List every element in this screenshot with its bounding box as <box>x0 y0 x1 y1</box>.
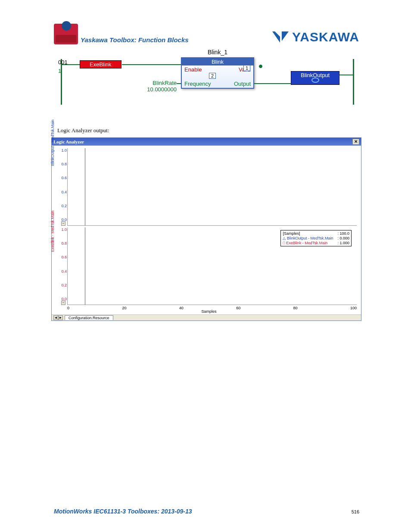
output-coil: BlinkOutput <box>291 71 339 85</box>
pin-frequency: Frequency <box>184 81 211 87</box>
legend-l1: BlinkOutput - MedTsk.Main <box>287 236 333 240</box>
y2-axis-label: ExeBlink - MedTsk.Main <box>50 211 55 252</box>
pin-output: Output <box>234 81 251 87</box>
xtick: 100 <box>350 306 357 310</box>
pin-valid-val: 1 <box>243 65 250 71</box>
ytick: 1.0 <box>56 148 67 152</box>
section-label: Logic Analyzer output: <box>57 127 359 134</box>
plot-blinkoutput: 1.0 0.8 0.6 0.4 0.2 0.0 <box>67 148 357 226</box>
ytick: 0.4 <box>56 190 67 194</box>
ytick: 0.0 <box>56 218 67 222</box>
wire <box>339 75 353 75</box>
tab-next-icon[interactable]: ► <box>58 315 63 320</box>
fb-instance-name: Blink_1 <box>181 49 254 56</box>
y1-axis-label: BlinkOutput - MedTsk.Main <box>50 120 55 166</box>
right-rail <box>353 59 354 105</box>
toolbox-icon <box>54 24 78 44</box>
tab-prev-icon[interactable]: ◄ <box>53 315 58 320</box>
ytick: 0.2 <box>56 204 67 208</box>
input-var-label: BlinkRate <box>153 80 177 86</box>
collapse-toggle-icon[interactable]: − <box>61 221 65 226</box>
ytick: 0.2 <box>56 283 67 287</box>
rung-state: 1 <box>58 68 61 74</box>
input-var-value: 10.0000000 <box>147 86 177 93</box>
xtick: 20 <box>122 306 126 310</box>
input-coil: ExeBlink <box>80 60 121 68</box>
page-header: Yaskawa Toolbox: Function Blocks YASKAWA <box>54 24 359 44</box>
xtick: 60 <box>236 306 240 310</box>
tab-config-resource[interactable]: Configuration.Resource <box>65 315 113 320</box>
ytick: 1.0 <box>56 227 67 232</box>
page-footer: MotionWorks IEC61131-3 Toolboxes: 2013-0… <box>54 508 359 515</box>
tab-nav: ◄ ► <box>53 315 63 320</box>
input-var: BlinkRate 10.0000000 <box>134 80 177 93</box>
tab-bar: ◄ ► Configuration.Resource <box>52 314 361 320</box>
logic-analyzer-window: Logic Analyzer ✕ − BlinkOutput - MedTsk.… <box>51 137 361 321</box>
close-icon[interactable]: ✕ <box>352 139 359 145</box>
footer-title: MotionWorks IEC61131-3 Toolboxes: 2013-0… <box>54 508 192 515</box>
ytick: 0.6 <box>56 255 67 259</box>
collapse-toggle-icon[interactable]: − <box>61 301 65 305</box>
la-title: Logic Analyzer <box>53 139 84 144</box>
xtick: 80 <box>293 306 298 310</box>
legend-l1v: : 0.000 <box>337 236 349 241</box>
legend-samples-label: [Samples] <box>283 231 300 236</box>
ytick: 0.0 <box>56 297 67 301</box>
header-title: Yaskawa Toolbox: Function Blocks <box>81 36 189 44</box>
legend-l2: ExeBlink - MedTsk.Main <box>286 241 327 245</box>
ytick: 0.8 <box>56 241 67 246</box>
header-left: Yaskawa Toolbox: Function Blocks <box>54 24 189 44</box>
xtick: 0 <box>67 306 69 310</box>
wire <box>122 64 181 65</box>
plot-exeblink: 1.0 0.8 0.6 0.4 0.2 0.0 [Samples]: 100.0… <box>67 227 357 305</box>
wire <box>177 83 181 84</box>
ytick: 0.8 <box>56 162 67 166</box>
yaskawa-brand-text: YASKAWA <box>292 30 359 44</box>
function-block-diagram: 001 1 ExeBlink BlinkRate 10.0000000 Blin… <box>54 50 359 110</box>
yaskawa-logo: YASKAWA <box>271 30 359 44</box>
coil-symbol-icon <box>301 78 330 84</box>
page-number: 516 <box>352 509 359 514</box>
legend: [Samples]: 100.0 △ BlinkOutput - MedTsk.… <box>280 230 352 246</box>
xtick: 40 <box>179 306 184 310</box>
svg-point-0 <box>312 78 319 82</box>
valid-indicator-icon <box>259 65 262 68</box>
function-block: Blink Enable Valid Frequency Output <box>181 57 254 89</box>
square-wave-trace <box>68 151 357 220</box>
pin-freq-val: 2 <box>209 73 216 79</box>
la-body: − BlinkOutput - MedTsk.Main 1.0 0.8 0.6 … <box>52 146 361 314</box>
x-axis-label: Samples <box>61 309 357 314</box>
wire <box>254 83 291 84</box>
legend-l2v: : 1.000 <box>337 241 349 246</box>
yaskawa-mark-icon <box>271 31 290 44</box>
wire <box>62 64 80 65</box>
pin-enable: Enable <box>184 66 202 73</box>
la-titlebar: Logic Analyzer ✕ <box>52 138 361 146</box>
fb-type: Blink <box>182 58 253 65</box>
left-rail <box>61 59 62 105</box>
legend-samples-val: : 100.0 <box>337 231 349 236</box>
ytick: 0.6 <box>56 176 67 180</box>
ytick: 0.4 <box>56 269 67 274</box>
